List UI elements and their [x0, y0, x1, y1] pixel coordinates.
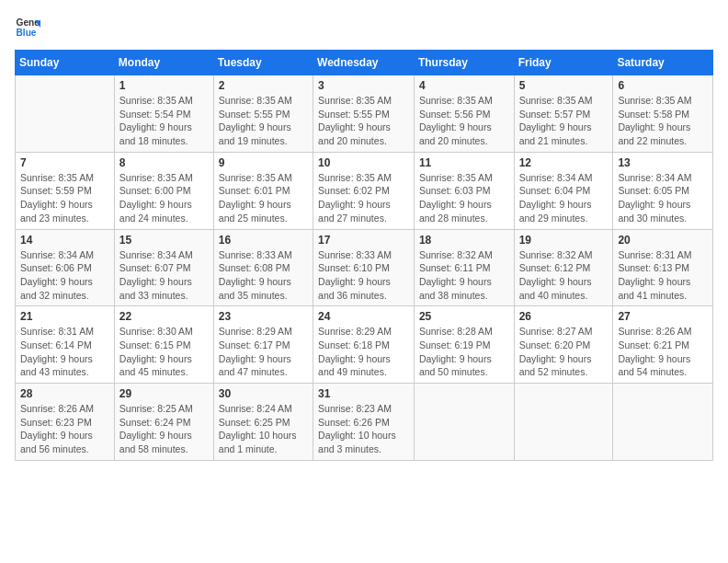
header: General Blue — [15, 15, 713, 40]
day-info: Sunrise: 8:31 AM Sunset: 6:14 PM Dayligh… — [20, 325, 109, 379]
day-number: 9 — [219, 156, 308, 169]
day-number: 3 — [318, 79, 409, 92]
day-info: Sunrise: 8:34 AM Sunset: 6:06 PM Dayligh… — [20, 248, 109, 303]
day-info: Sunrise: 8:28 AM Sunset: 6:19 PM Dayligh… — [419, 325, 509, 379]
calendar-cell: 8Sunrise: 8:35 AM Sunset: 6:00 PM Daylig… — [114, 152, 213, 229]
day-header-monday: Monday — [114, 51, 213, 75]
day-number: 26 — [519, 310, 609, 323]
week-row-5: 28Sunrise: 8:26 AM Sunset: 6:23 PM Dayli… — [16, 384, 713, 461]
day-info: Sunrise: 8:35 AM Sunset: 6:02 PM Dayligh… — [318, 171, 409, 225]
day-number: 16 — [219, 234, 308, 247]
calendar-cell: 19Sunrise: 8:32 AM Sunset: 6:12 PM Dayli… — [514, 229, 613, 306]
calendar-cell: 26Sunrise: 8:27 AM Sunset: 6:20 PM Dayli… — [514, 306, 613, 384]
calendar-cell: 15Sunrise: 8:34 AM Sunset: 6:07 PM Dayli… — [114, 229, 213, 306]
calendar-cell: 27Sunrise: 8:26 AM Sunset: 6:21 PM Dayli… — [613, 306, 713, 384]
calendar-cell: 18Sunrise: 8:32 AM Sunset: 6:11 PM Dayli… — [414, 229, 514, 306]
day-number: 2 — [219, 79, 308, 92]
day-info: Sunrise: 8:32 AM Sunset: 6:11 PM Dayligh… — [419, 248, 509, 303]
day-number: 24 — [318, 310, 409, 323]
calendar-cell: 29Sunrise: 8:25 AM Sunset: 6:24 PM Dayli… — [114, 384, 213, 461]
day-info: Sunrise: 8:33 AM Sunset: 6:08 PM Dayligh… — [219, 248, 308, 303]
logo: General Blue — [15, 15, 44, 40]
day-number: 22 — [119, 310, 209, 323]
calendar-table: SundayMondayTuesdayWednesdayThursdayFrid… — [15, 50, 713, 461]
day-info: Sunrise: 8:25 AM Sunset: 6:24 PM Dayligh… — [119, 402, 209, 456]
day-number: 6 — [618, 79, 708, 92]
day-header-thursday: Thursday — [414, 51, 514, 75]
day-info: Sunrise: 8:23 AM Sunset: 6:26 PM Dayligh… — [318, 402, 409, 456]
day-number: 17 — [318, 234, 409, 247]
day-number: 25 — [419, 310, 509, 323]
day-number: 31 — [318, 387, 409, 400]
calendar-cell: 20Sunrise: 8:31 AM Sunset: 6:13 PM Dayli… — [613, 229, 713, 306]
day-header-saturday: Saturday — [613, 51, 713, 75]
day-number: 20 — [618, 234, 708, 247]
calendar-cell: 17Sunrise: 8:33 AM Sunset: 6:10 PM Dayli… — [313, 229, 415, 306]
week-row-3: 14Sunrise: 8:34 AM Sunset: 6:06 PM Dayli… — [16, 229, 713, 306]
calendar-cell: 25Sunrise: 8:28 AM Sunset: 6:19 PM Dayli… — [414, 306, 514, 384]
day-number: 1 — [119, 79, 209, 92]
day-number: 13 — [618, 156, 708, 169]
calendar-cell: 24Sunrise: 8:29 AM Sunset: 6:18 PM Dayli… — [313, 306, 415, 384]
day-number: 29 — [119, 387, 209, 400]
calendar-cell: 11Sunrise: 8:35 AM Sunset: 6:03 PM Dayli… — [414, 152, 514, 229]
week-row-2: 7Sunrise: 8:35 AM Sunset: 5:59 PM Daylig… — [16, 152, 713, 229]
day-info: Sunrise: 8:34 AM Sunset: 6:04 PM Dayligh… — [519, 171, 609, 225]
calendar-cell — [613, 384, 713, 461]
calendar-cell: 3Sunrise: 8:35 AM Sunset: 5:55 PM Daylig… — [313, 75, 415, 153]
calendar-cell: 2Sunrise: 8:35 AM Sunset: 5:55 PM Daylig… — [213, 75, 313, 153]
day-info: Sunrise: 8:35 AM Sunset: 5:54 PM Dayligh… — [119, 94, 209, 148]
day-info: Sunrise: 8:35 AM Sunset: 5:58 PM Dayligh… — [618, 94, 708, 148]
calendar-cell: 21Sunrise: 8:31 AM Sunset: 6:14 PM Dayli… — [16, 306, 115, 384]
day-number: 14 — [20, 234, 109, 247]
day-number: 28 — [20, 387, 109, 400]
calendar-cell: 16Sunrise: 8:33 AM Sunset: 6:08 PM Dayli… — [213, 229, 313, 306]
day-info: Sunrise: 8:24 AM Sunset: 6:25 PM Dayligh… — [219, 402, 308, 456]
day-info: Sunrise: 8:35 AM Sunset: 6:01 PM Dayligh… — [219, 171, 308, 225]
calendar-cell: 5Sunrise: 8:35 AM Sunset: 5:57 PM Daylig… — [514, 75, 613, 153]
calendar-cell: 23Sunrise: 8:29 AM Sunset: 6:17 PM Dayli… — [213, 306, 313, 384]
day-info: Sunrise: 8:35 AM Sunset: 6:00 PM Dayligh… — [119, 171, 209, 225]
week-row-4: 21Sunrise: 8:31 AM Sunset: 6:14 PM Dayli… — [16, 306, 713, 384]
day-info: Sunrise: 8:35 AM Sunset: 5:55 PM Dayligh… — [219, 94, 308, 148]
calendar-cell: 14Sunrise: 8:34 AM Sunset: 6:06 PM Dayli… — [16, 229, 115, 306]
calendar-cell: 1Sunrise: 8:35 AM Sunset: 5:54 PM Daylig… — [114, 75, 213, 153]
day-number: 8 — [119, 156, 209, 169]
calendar-cell — [514, 384, 613, 461]
day-info: Sunrise: 8:34 AM Sunset: 6:07 PM Dayligh… — [119, 248, 209, 303]
calendar-cell: 31Sunrise: 8:23 AM Sunset: 6:26 PM Dayli… — [313, 384, 415, 461]
day-info: Sunrise: 8:33 AM Sunset: 6:10 PM Dayligh… — [318, 248, 409, 303]
calendar-cell: 13Sunrise: 8:34 AM Sunset: 6:05 PM Dayli… — [613, 152, 713, 229]
day-number: 5 — [519, 79, 609, 92]
day-info: Sunrise: 8:35 AM Sunset: 5:59 PM Dayligh… — [20, 171, 109, 225]
day-number: 19 — [519, 234, 609, 247]
calendar-cell: 30Sunrise: 8:24 AM Sunset: 6:25 PM Dayli… — [213, 384, 313, 461]
calendar-cell — [16, 75, 115, 153]
day-info: Sunrise: 8:29 AM Sunset: 6:18 PM Dayligh… — [318, 325, 409, 379]
day-number: 10 — [318, 156, 409, 169]
day-number: 30 — [219, 387, 308, 400]
day-number: 11 — [419, 156, 509, 169]
day-number: 7 — [20, 156, 109, 169]
day-info: Sunrise: 8:35 AM Sunset: 5:56 PM Dayligh… — [419, 94, 509, 148]
week-row-1: 1Sunrise: 8:35 AM Sunset: 5:54 PM Daylig… — [16, 75, 713, 153]
day-info: Sunrise: 8:27 AM Sunset: 6:20 PM Dayligh… — [519, 325, 609, 379]
calendar-cell: 9Sunrise: 8:35 AM Sunset: 6:01 PM Daylig… — [213, 152, 313, 229]
day-number: 27 — [618, 310, 708, 323]
calendar-cell — [414, 384, 514, 461]
day-number: 4 — [419, 79, 509, 92]
calendar-cell: 4Sunrise: 8:35 AM Sunset: 5:56 PM Daylig… — [414, 75, 514, 153]
header-row: SundayMondayTuesdayWednesdayThursdayFrid… — [16, 51, 713, 75]
logo-icon: General Blue — [15, 15, 40, 40]
calendar-cell: 10Sunrise: 8:35 AM Sunset: 6:02 PM Dayli… — [313, 152, 415, 229]
day-info: Sunrise: 8:35 AM Sunset: 5:55 PM Dayligh… — [318, 94, 409, 148]
day-number: 12 — [519, 156, 609, 169]
day-info: Sunrise: 8:34 AM Sunset: 6:05 PM Dayligh… — [618, 171, 708, 225]
day-header-friday: Friday — [514, 51, 613, 75]
day-header-tuesday: Tuesday — [213, 51, 313, 75]
day-info: Sunrise: 8:29 AM Sunset: 6:17 PM Dayligh… — [219, 325, 308, 379]
day-header-sunday: Sunday — [16, 51, 115, 75]
svg-text:Blue: Blue — [17, 28, 37, 38]
day-info: Sunrise: 8:35 AM Sunset: 5:57 PM Dayligh… — [519, 94, 609, 148]
day-number: 15 — [119, 234, 209, 247]
